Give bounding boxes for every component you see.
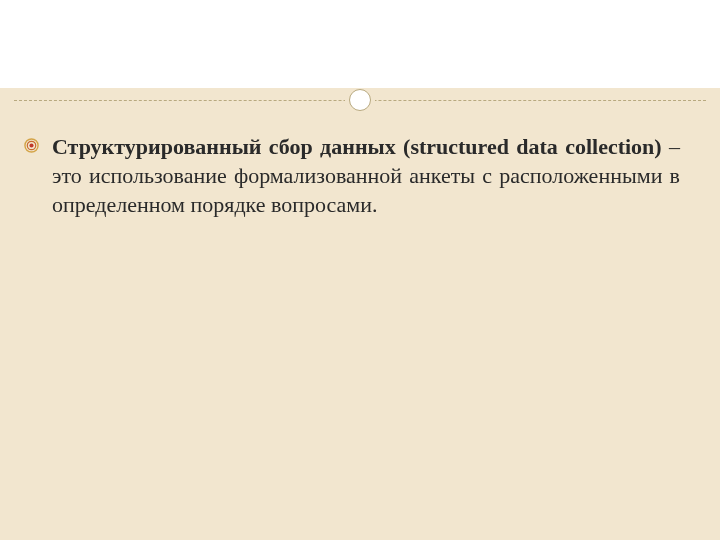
divider-circle-icon [349,89,371,111]
divider [0,88,720,112]
slide-header-blank [0,0,720,88]
bullet-term: Структурированный сбор данных (structure… [52,134,662,159]
svg-point-2 [29,143,33,147]
bullet-item: Структурированный сбор данных (structure… [48,132,680,219]
bullet-icon [24,138,39,153]
slide-content: Структурированный сбор данных (structure… [0,112,720,219]
